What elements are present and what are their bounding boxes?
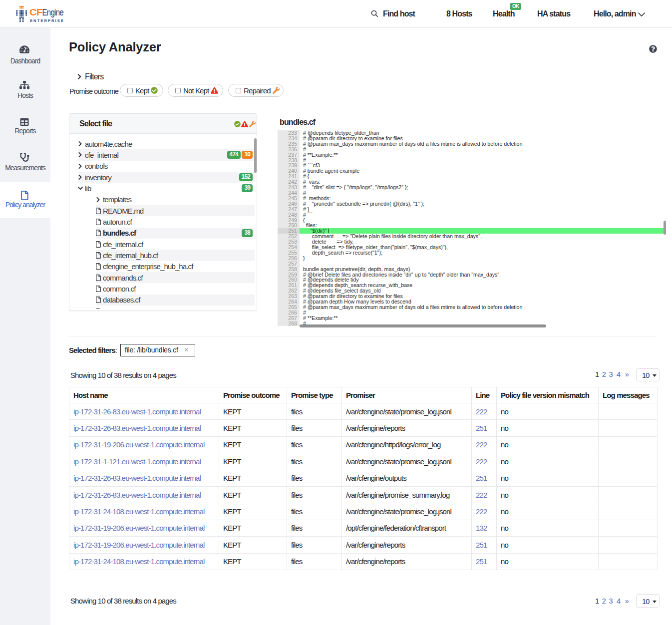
svg-text:Engine: Engine	[42, 7, 64, 17]
svg-text:CF: CF	[29, 7, 42, 17]
svg-text:ENTERPRISE: ENTERPRISE	[30, 18, 63, 23]
